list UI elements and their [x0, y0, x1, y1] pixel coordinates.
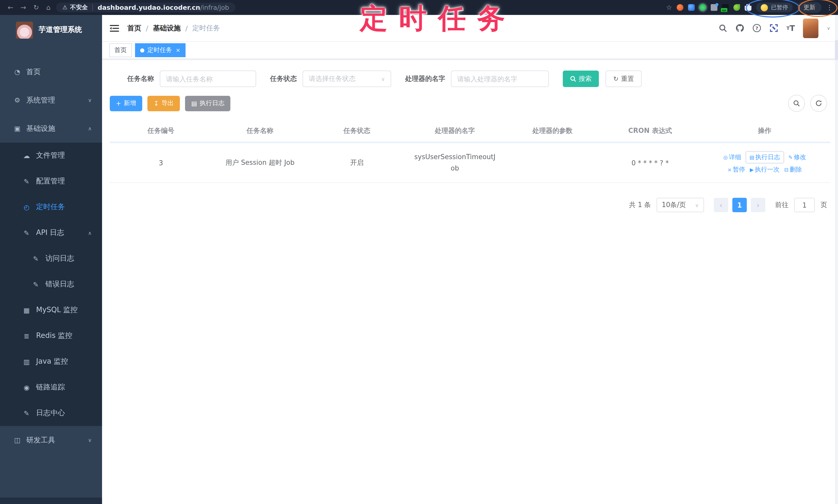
exec-log-link[interactable]: ▤执行日志	[746, 151, 784, 163]
user-avatar[interactable]	[803, 18, 819, 38]
sidebar-item-label: 文件管理	[36, 151, 65, 160]
task-status-label: 任务状态	[270, 74, 297, 84]
back-icon[interactable]: ←	[8, 0, 13, 15]
extension-icon[interactable]	[733, 4, 740, 11]
sidebar-item-error-log[interactable]: ✎ 错误日志	[0, 271, 102, 297]
goto-page-input[interactable]	[794, 198, 815, 212]
task-name-input[interactable]	[160, 71, 256, 87]
sidebar-item-api-log[interactable]: ✎ API 日志 ∧	[0, 220, 102, 246]
log-icon: ▤	[749, 155, 754, 160]
job-params	[504, 160, 601, 166]
delete-link[interactable]: ⊟删除	[784, 165, 802, 174]
extension-icon[interactable]: on	[722, 4, 729, 11]
sidebar-item-system[interactable]: ⚙ 系统管理 ∨	[0, 86, 102, 114]
prev-page-button[interactable]: ‹	[714, 198, 728, 212]
tab-scheduled-jobs[interactable]: 定时任务 ×	[135, 43, 186, 57]
browser-actions: ☆ on 已暂停 更新 ⋮	[666, 2, 834, 13]
extension-icon[interactable]	[699, 4, 706, 11]
scrollbar-thumb[interactable]	[835, 40, 838, 60]
handler-name-input[interactable]	[451, 71, 549, 87]
close-icon[interactable]: ×	[176, 47, 180, 54]
detail-link[interactable]: ◎详细	[723, 153, 741, 162]
tags-view-bar: 首页 定时任务 ×	[102, 42, 838, 59]
extension-on-badge: on	[720, 8, 728, 12]
home-icon[interactable]: ⌂	[46, 0, 51, 15]
extensions-puzzle-icon[interactable]	[745, 4, 751, 11]
browser-menu-icon[interactable]: ⋮	[826, 4, 833, 11]
extension-icon[interactable]	[688, 4, 695, 11]
address-bar[interactable]: ⚠ 不安全 dashboard.yudao.iocoder.cn /infra/…	[56, 3, 235, 12]
tab-home[interactable]: 首页	[109, 43, 132, 57]
page-size-select[interactable]: 10条/页 ∨	[657, 198, 704, 212]
extension-icon[interactable]	[677, 4, 683, 11]
sidebar-item-tracing[interactable]: ◉ 链路追踪	[0, 375, 102, 400]
sidebar-item-mysql-monitor[interactable]: ▦ MySQL 监控	[0, 297, 102, 323]
app-logo[interactable]: 芋道管理系统	[0, 15, 102, 45]
sidebar-item-home[interactable]: ◔ 首页	[0, 58, 102, 86]
next-page-button[interactable]: ›	[751, 198, 765, 212]
image-icon: ▦	[23, 306, 30, 314]
job-status: 开启	[308, 155, 406, 170]
toggle-search-button[interactable]	[788, 95, 805, 112]
sidebar-submenu-infra: ☁ 文件管理 ✎ 配置管理 ◴ 定时任务 ✎ API 日志 ∧	[0, 143, 102, 426]
export-button[interactable]: ↧ 导出	[147, 95, 180, 111]
sidebar-item-label: 研发工具	[26, 435, 55, 445]
column-header: 任务状态	[308, 123, 406, 139]
monitor-icon: ▥	[23, 358, 30, 365]
sidebar-item-label: 定时任务	[36, 202, 65, 212]
eye-icon: ◎	[723, 155, 728, 160]
search-button[interactable]: 搜索	[563, 71, 599, 87]
extension-icon[interactable]	[711, 4, 717, 11]
exec-log-button[interactable]: ▤ 执行日志	[185, 95, 231, 111]
layers-icon: ≣	[23, 332, 30, 340]
navbar-actions: ? TT ∨	[719, 18, 830, 38]
profile-paused-chip[interactable]: 已暂停	[756, 3, 793, 12]
run-once-link[interactable]: ▶执行一次	[750, 165, 780, 174]
chevron-up-icon: ∧	[88, 126, 92, 131]
fullscreen-icon[interactable]	[769, 24, 778, 33]
edit-link[interactable]: ✎修改	[788, 153, 806, 162]
pause-link[interactable]: ×暂停	[728, 165, 745, 174]
clock-icon: ◴	[23, 203, 30, 211]
jobs-table: 任务编号 任务名称 任务状态 处理器的名字 处理器的参数 CRON 表达式 操作…	[110, 120, 830, 183]
table-row[interactable]: 3 用户 Session 超时 Job 开启 sysUserSessionTim…	[110, 143, 830, 183]
sidebar-item-scheduled-jobs[interactable]: ◴ 定时任务	[0, 194, 102, 220]
filter-status-group: 任务状态 请选择任务状态 ∨	[270, 71, 391, 87]
task-status-select[interactable]: 请选择任务状态 ∨	[302, 71, 391, 87]
sidebar-item-redis-monitor[interactable]: ≣ Redis 监控	[0, 323, 102, 349]
svg-text:?: ?	[755, 25, 758, 31]
breadcrumb-home[interactable]: 首页	[127, 23, 141, 33]
avatar-caret-icon[interactable]: ∨	[827, 25, 830, 31]
search-icon[interactable]	[719, 24, 727, 32]
sidebar-item-label: Java 监控	[36, 357, 68, 366]
sidebar-item-infra[interactable]: ▣ 基础设施 ∧	[0, 114, 102, 143]
sidebar-item-dev-tools[interactable]: ◫ 研发工具 ∨	[0, 426, 102, 454]
sidebar-item-access-log[interactable]: ✎ 访问日志	[0, 246, 102, 271]
sidebar-item-java-monitor[interactable]: ▥ Java 监控	[0, 349, 102, 375]
job-name: 用户 Session 超时 Job	[212, 155, 308, 170]
sidebar-item-config-management[interactable]: ✎ 配置管理	[0, 168, 102, 194]
sidebar-item-file-management[interactable]: ☁ 文件管理	[0, 143, 102, 168]
select-placeholder: 请选择任务状态	[309, 74, 355, 84]
column-header: 处理器的参数	[504, 123, 601, 139]
refresh-table-button[interactable]	[810, 95, 827, 112]
job-id: 3	[110, 156, 212, 170]
help-icon[interactable]: ?	[752, 24, 761, 33]
sidebar-item-log-center[interactable]: ✎ 日志中心	[0, 400, 102, 426]
add-button[interactable]: + 新增	[110, 95, 142, 111]
window-scrollbar[interactable]	[835, 15, 838, 504]
reset-button[interactable]: ↻ 重置	[606, 71, 642, 87]
breadcrumb-separator: /	[185, 24, 188, 32]
profile-emoji-icon	[761, 4, 768, 11]
github-icon[interactable]	[735, 24, 744, 33]
bookmark-star-icon[interactable]: ☆	[666, 4, 672, 11]
reload-icon[interactable]: ↻	[34, 0, 39, 15]
breadcrumb-section[interactable]: 基础设施	[153, 23, 181, 33]
screen: 定时任务 ← → ↻ ⌂ ⚠ 不安全 dashboard.yudao.iocod…	[0, 0, 838, 504]
font-size-icon[interactable]: TT	[786, 23, 795, 33]
chevron-down-icon: ∨	[695, 202, 699, 208]
forward-icon[interactable]: →	[21, 0, 26, 15]
page-1-button[interactable]: 1	[732, 198, 747, 212]
browser-update-button[interactable]: 更新	[797, 2, 821, 13]
hamburger-icon[interactable]	[110, 24, 119, 32]
